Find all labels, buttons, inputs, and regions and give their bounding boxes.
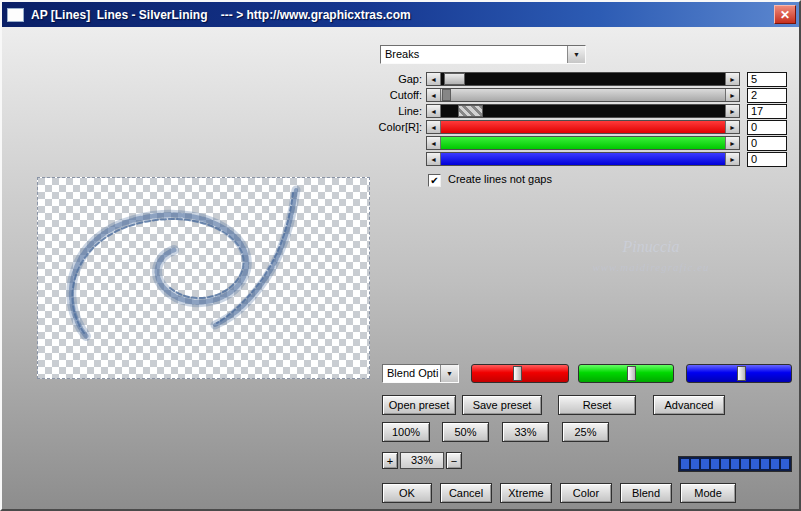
mode-button[interactable]: Mode	[680, 483, 736, 503]
line-slider-thumb[interactable]	[458, 105, 483, 117]
color-g-value-field[interactable]: 0	[747, 136, 787, 151]
gap-slider-track[interactable]	[441, 73, 725, 85]
color-b-slider-track[interactable]	[441, 153, 725, 165]
zoom-50-button[interactable]: 50%	[442, 422, 489, 442]
line-slider-track[interactable]	[441, 105, 725, 117]
color-b-slider[interactable]: ◄ ►	[426, 152, 740, 166]
zoom-33-button[interactable]: 33%	[502, 422, 549, 442]
left-arrow-icon[interactable]: ◄	[427, 121, 441, 133]
close-icon: ✕	[780, 8, 790, 22]
left-arrow-icon[interactable]: ◄	[427, 73, 441, 85]
color-button[interactable]: Color	[560, 483, 612, 503]
zoom-level-display: 33%	[400, 452, 444, 469]
progress-bar-segments	[681, 459, 789, 469]
green-channel-slider-thumb[interactable]	[627, 366, 636, 381]
color-r-label: Color[R]:	[302, 120, 422, 134]
blue-channel-slider[interactable]	[686, 364, 792, 383]
color-g-label	[302, 136, 422, 150]
reset-button[interactable]: Reset	[558, 395, 636, 415]
preview-canvas[interactable]	[37, 177, 370, 379]
cutoff-slider-thumb[interactable]	[442, 89, 451, 101]
green-channel-slider[interactable]	[578, 364, 674, 383]
progress-bar	[678, 456, 792, 472]
color-g-slider[interactable]: ◄ ►	[426, 136, 740, 150]
blend-options-dropdown[interactable]: Blend Opti ▼	[382, 364, 459, 383]
save-preset-button[interactable]: Save preset	[462, 395, 542, 415]
parameter-dropdown-value: Breaks	[381, 46, 567, 63]
cutoff-label: Cutoff:	[302, 88, 422, 102]
titlebar[interactable]: AP [Lines] Lines - SilverLining --- > ht…	[2, 2, 799, 27]
xtreme-button[interactable]: Xtreme	[500, 483, 552, 503]
chevron-down-icon[interactable]: ▼	[567, 46, 585, 63]
red-channel-slider[interactable]	[471, 364, 569, 383]
plugin-window: AP [Lines] Lines - SilverLining --- > ht…	[0, 0, 801, 511]
color-b-value-field[interactable]: 0	[747, 152, 787, 167]
gap-slider-thumb[interactable]	[444, 73, 465, 85]
watermark-url: www.maidiregrafic.eu	[555, 261, 747, 273]
right-arrow-icon[interactable]: ►	[725, 121, 739, 133]
blue-channel-slider-thumb[interactable]	[737, 366, 746, 381]
chevron-down-icon[interactable]: ▼	[440, 365, 458, 382]
line-slider[interactable]: ◄ ►	[426, 104, 740, 118]
line-label: Line:	[302, 104, 422, 118]
color-r-value-field[interactable]: 0	[747, 120, 787, 135]
right-arrow-icon[interactable]: ►	[725, 105, 739, 117]
create-lines-checkbox-label: Create lines not gaps	[448, 173, 552, 185]
cutoff-value-field[interactable]: 2	[747, 88, 787, 103]
cutoff-slider[interactable]: ◄ ►	[426, 88, 740, 102]
close-button[interactable]: ✕	[774, 5, 796, 24]
blend-button[interactable]: Blend	[620, 483, 672, 503]
right-arrow-icon[interactable]: ►	[725, 153, 739, 165]
left-arrow-icon[interactable]: ◄	[427, 137, 441, 149]
red-channel-slider-thumb[interactable]	[513, 366, 522, 381]
zoom-25-button[interactable]: 25%	[562, 422, 609, 442]
gap-value-field[interactable]: 5	[747, 72, 787, 87]
color-g-slider-track[interactable]	[441, 137, 725, 149]
zoom-out-button[interactable]: −	[446, 452, 462, 469]
line-value-field[interactable]: 17	[747, 104, 787, 119]
color-b-label	[302, 152, 422, 166]
left-arrow-icon[interactable]: ◄	[427, 89, 441, 101]
zoom-100-button[interactable]: 100%	[382, 422, 430, 442]
gap-label: Gap:	[302, 72, 422, 86]
blend-options-dropdown-value: Blend Opti	[383, 365, 440, 382]
check-icon: ✔	[430, 175, 438, 186]
right-arrow-icon[interactable]: ►	[725, 73, 739, 85]
zoom-in-button[interactable]: +	[382, 452, 398, 469]
cancel-button[interactable]: Cancel	[440, 483, 492, 503]
advanced-button[interactable]: Advanced	[653, 395, 725, 415]
app-icon	[7, 8, 24, 22]
open-preset-button[interactable]: Open preset	[382, 395, 456, 415]
create-lines-checkbox[interactable]: ✔	[428, 174, 441, 187]
ok-button[interactable]: OK	[382, 483, 432, 503]
right-arrow-icon[interactable]: ►	[725, 137, 739, 149]
left-arrow-icon[interactable]: ◄	[427, 105, 441, 117]
watermark-name: Pinuccia	[555, 238, 747, 256]
left-arrow-icon[interactable]: ◄	[427, 153, 441, 165]
window-title: AP [Lines] Lines - SilverLining --- > ht…	[31, 8, 411, 22]
right-arrow-icon[interactable]: ►	[725, 89, 739, 101]
gap-slider[interactable]: ◄ ►	[426, 72, 740, 86]
swirl-artwork	[38, 178, 369, 378]
color-r-slider[interactable]: ◄ ►	[426, 120, 740, 134]
cutoff-slider-track[interactable]	[441, 89, 725, 101]
color-r-slider-track[interactable]	[441, 121, 725, 133]
parameter-dropdown[interactable]: Breaks ▼	[380, 45, 586, 64]
